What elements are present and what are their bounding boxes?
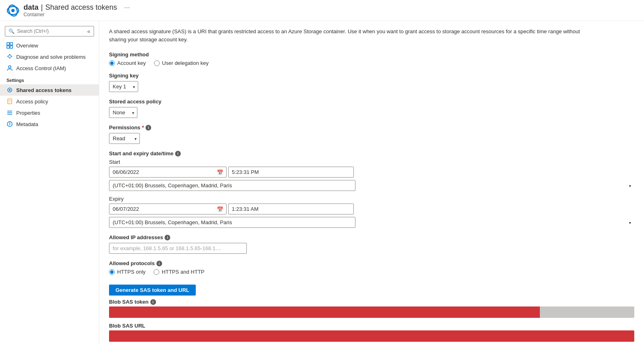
- sidebar-item-shared-access-tokens[interactable]: Shared access tokens: [0, 84, 99, 96]
- start-date-wrapper: 📅: [109, 167, 227, 178]
- expiry-label: Expiry: [109, 196, 634, 202]
- blob-sas-token-info-icon[interactable]: i: [150, 299, 156, 305]
- svg-rect-4: [10, 43, 13, 45]
- blob-sas-url-red-fill: [109, 330, 634, 342]
- allowed-ip-info-icon[interactable]: i: [165, 235, 170, 240]
- https-and-http-label: HTTPS and HTTP: [162, 269, 204, 275]
- sidebar-item-diagnose-label: Diagnose and solve problems: [16, 54, 86, 60]
- blob-sas-token-gray-fill: [540, 306, 634, 318]
- start-expiry-info-icon[interactable]: i: [175, 151, 181, 156]
- svg-point-2: [11, 9, 15, 12]
- expiry-calendar-icon[interactable]: 📅: [217, 206, 223, 212]
- sidebar-search-container[interactable]: 🔍 «: [5, 26, 94, 36]
- svg-point-7: [9, 66, 11, 68]
- account-key-radio[interactable]: [109, 60, 115, 66]
- permissions-required-star: *: [142, 124, 144, 131]
- start-date-input[interactable]: [109, 167, 227, 178]
- stored-access-policy-label: Stored access policy: [109, 99, 634, 105]
- sidebar-item-metadata[interactable]: Metadata: [0, 118, 99, 130]
- start-label: Start: [109, 159, 634, 165]
- user-delegation-key-label: User delegation key: [162, 60, 209, 66]
- sidebar-item-iam-label: Access Control (IAM): [16, 65, 66, 71]
- stored-access-policy-select[interactable]: None: [109, 107, 137, 118]
- https-and-http-radio[interactable]: [154, 269, 159, 275]
- https-only-label: HTTPS only: [117, 269, 145, 275]
- settings-section-label: Settings: [0, 74, 99, 84]
- start-expiry-section: Start and expiry date/time i Start 📅 (UT…: [109, 150, 634, 228]
- header-title-bold: data: [24, 3, 39, 12]
- start-timezone-wrapper[interactable]: (UTC+01:00) Brussels, Copenhagen, Madrid…: [109, 180, 634, 191]
- expiry-datetime-row: 📅: [109, 204, 634, 214]
- start-time-input[interactable]: [228, 167, 354, 178]
- shared-access-tokens-icon: [6, 87, 13, 93]
- sidebar-item-diagnose[interactable]: Diagnose and solve problems: [0, 51, 99, 62]
- top-header: data | Shared access tokens ··· Containe…: [0, 0, 644, 21]
- sidebar-item-properties-label: Properties: [16, 110, 40, 116]
- sidebar-item-overview-label: Overview: [16, 43, 38, 49]
- blob-sas-url-bar: [109, 330, 634, 342]
- blob-sas-token-label: Blob SAS token i: [109, 299, 634, 305]
- main-content: A shared access signature (SAS) is a URI…: [99, 21, 644, 345]
- permissions-label: Permissions * i: [109, 124, 634, 131]
- https-and-http-radio-item[interactable]: HTTPS and HTTP: [154, 269, 204, 275]
- account-key-label: Account key: [117, 60, 146, 66]
- sidebar-item-metadata-label: Metadata: [16, 121, 38, 127]
- allowed-protocols-label: Allowed protocols i: [109, 260, 634, 266]
- permissions-select[interactable]: Read Write Delete List: [109, 133, 140, 144]
- signing-method-radio-group: Account key User delegation key: [109, 60, 634, 66]
- user-delegation-key-radio-item[interactable]: User delegation key: [154, 60, 209, 66]
- description-text: A shared access signature (SAS) is a URI…: [109, 28, 595, 43]
- properties-icon: [6, 109, 13, 116]
- stored-access-policy-select-wrapper[interactable]: None: [109, 107, 137, 118]
- svg-point-18: [9, 122, 10, 123]
- permissions-select-wrapper[interactable]: Read Write Delete List: [109, 133, 140, 144]
- diagnose-icon: [6, 54, 13, 60]
- header-title-separator: |: [41, 3, 43, 12]
- allowed-ip-input[interactable]: [109, 243, 247, 254]
- expiry-date-wrapper: 📅: [109, 204, 227, 214]
- sidebar-item-overview[interactable]: Overview: [0, 40, 99, 51]
- search-input[interactable]: [17, 28, 85, 34]
- account-key-radio-item[interactable]: Account key: [109, 60, 146, 66]
- start-calendar-icon[interactable]: 📅: [217, 169, 223, 175]
- svg-rect-3: [7, 43, 9, 45]
- signing-key-label: Signing key: [109, 73, 634, 79]
- sidebar-item-iam[interactable]: Access Control (IAM): [0, 62, 99, 74]
- sidebar-item-access-policy-label: Access policy: [16, 99, 48, 105]
- https-only-radio[interactable]: [109, 269, 115, 275]
- user-delegation-key-radio[interactable]: [154, 60, 160, 66]
- allowed-protocols-info-icon[interactable]: i: [156, 261, 162, 266]
- permissions-info-icon[interactable]: i: [145, 125, 151, 131]
- start-datetime-row: 📅: [109, 167, 634, 178]
- start-timezone-select[interactable]: (UTC+01:00) Brussels, Copenhagen, Madrid…: [109, 180, 355, 191]
- https-only-radio-item[interactable]: HTTPS only: [109, 269, 145, 275]
- azure-logo: [6, 4, 19, 17]
- signing-method-section: Signing method Account key User delegati…: [109, 51, 634, 66]
- header-more-button[interactable]: ···: [124, 4, 130, 11]
- expiry-timezone-wrapper[interactable]: (UTC+01:00) Brussels, Copenhagen, Madrid…: [109, 217, 634, 228]
- start-expiry-label: Start and expiry date/time i: [109, 150, 634, 156]
- metadata-icon: [6, 121, 13, 127]
- signing-key-select[interactable]: Key 1 Key 2: [109, 81, 138, 92]
- sidebar-item-access-policy[interactable]: Access policy: [0, 96, 99, 107]
- signing-key-section: Signing key Key 1 Key 2: [109, 73, 634, 92]
- blob-sas-token-red-fill: [109, 306, 540, 318]
- blob-sas-token-bar: [109, 306, 634, 318]
- expiry-date-input[interactable]: [109, 204, 227, 214]
- sidebar: 🔍 « Overview Diagnose and solve problems…: [0, 21, 99, 345]
- signing-key-select-wrapper[interactable]: Key 1 Key 2: [109, 81, 138, 92]
- header-title-main: Shared access tokens: [45, 3, 117, 12]
- generate-sas-button[interactable]: Generate SAS token and URL: [109, 285, 196, 296]
- sidebar-item-properties[interactable]: Properties: [0, 107, 99, 118]
- blob-sas-token-section: Blob SAS token i: [109, 299, 634, 318]
- allowed-ip-label: Allowed IP addresses i: [109, 234, 634, 240]
- expiry-time-input[interactable]: [228, 204, 354, 214]
- expiry-timezone-select[interactable]: (UTC+01:00) Brussels, Copenhagen, Madrid…: [109, 217, 355, 228]
- stored-access-policy-section: Stored access policy None: [109, 99, 634, 118]
- allowed-protocols-radio-group: HTTPS only HTTPS and HTTP: [109, 269, 634, 275]
- access-policy-icon: [6, 98, 13, 105]
- header-subtitle: Container: [24, 12, 130, 17]
- sidebar-collapse-button[interactable]: «: [87, 28, 90, 34]
- blob-sas-url-label: Blob SAS URL: [109, 323, 634, 329]
- permissions-section: Permissions * i Read Write Delete List: [109, 124, 634, 144]
